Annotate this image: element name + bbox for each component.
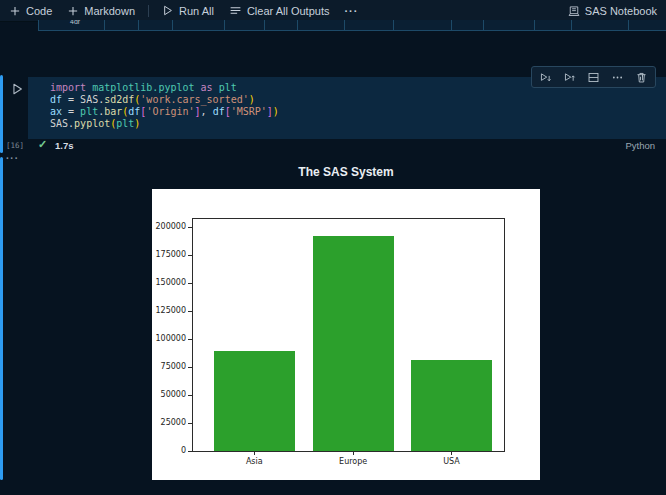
code-line: df = SAS.sd2df('work.cars_sorted') bbox=[50, 94, 666, 106]
table-column-border bbox=[534, 20, 535, 30]
ellipsis-icon bbox=[611, 71, 624, 84]
code-token: , bbox=[201, 106, 213, 117]
x-tick-label: Europe bbox=[318, 457, 388, 466]
table-column-border bbox=[628, 20, 629, 30]
code-token: import bbox=[50, 82, 86, 93]
language-picker[interactable]: Python bbox=[625, 140, 655, 151]
chart-image: 0250005000075000100000125000150000175000… bbox=[152, 189, 540, 480]
cell-focus-bar bbox=[0, 75, 3, 153]
y-tick-mark bbox=[188, 451, 192, 452]
bar-asia bbox=[214, 351, 295, 451]
table-clipped-cell-text: 4dr bbox=[70, 20, 80, 25]
add-markdown-label: Markdown bbox=[84, 5, 135, 17]
y-tick-mark bbox=[188, 395, 192, 396]
code-token: df bbox=[50, 94, 62, 105]
clear-all-outputs-label: Clear All Outputs bbox=[247, 5, 330, 17]
cell-toolbar bbox=[531, 66, 656, 88]
run-all-button[interactable]: Run All bbox=[161, 4, 214, 17]
y-tick-mark bbox=[188, 227, 192, 228]
code-line: SAS.pyplot(plt) bbox=[50, 118, 666, 130]
code-token: plt bbox=[116, 118, 134, 129]
bar-usa bbox=[411, 360, 492, 451]
y-tick-label: 125000 bbox=[153, 306, 186, 315]
code-token: SAS bbox=[80, 94, 98, 105]
y-tick-mark bbox=[188, 367, 192, 368]
y-tick-label: 75000 bbox=[153, 362, 186, 371]
y-tick-label: 50000 bbox=[153, 390, 186, 399]
table-column-border bbox=[138, 20, 139, 30]
code-token: pyplot bbox=[74, 118, 110, 129]
code-token: SAS bbox=[50, 118, 68, 129]
code-token: as bbox=[201, 82, 213, 93]
table-column-border bbox=[224, 20, 225, 30]
table-column-border bbox=[451, 20, 452, 30]
x-tick-mark bbox=[451, 451, 452, 455]
code-token: 'MSRP' bbox=[231, 106, 267, 117]
y-tick-mark bbox=[188, 423, 192, 424]
run-all-label: Run All bbox=[179, 5, 214, 17]
notebook-icon bbox=[568, 5, 580, 17]
output-title: The SAS System bbox=[152, 165, 540, 179]
execute-below-icon bbox=[563, 71, 576, 84]
code-token: matplotlib.pyplot bbox=[92, 82, 194, 93]
y-tick-label: 0 bbox=[153, 446, 186, 455]
y-tick-label: 25000 bbox=[153, 418, 186, 427]
code-token: plt bbox=[80, 106, 98, 117]
code-token: df bbox=[213, 106, 225, 117]
run-cell-button[interactable] bbox=[8, 81, 26, 99]
kernel-picker-label: SAS Notebook bbox=[585, 5, 657, 17]
y-tick-label: 100000 bbox=[153, 334, 186, 343]
code-token: = bbox=[62, 94, 80, 105]
y-tick-label: 175000 bbox=[153, 250, 186, 259]
add-markdown-button[interactable]: Markdown bbox=[67, 5, 135, 17]
x-tick-mark bbox=[254, 451, 255, 455]
code-token: ) bbox=[134, 118, 140, 129]
play-icon bbox=[161, 4, 174, 17]
add-code-label: Code bbox=[26, 5, 52, 17]
table-column-border bbox=[264, 20, 265, 30]
kernel-picker-button[interactable]: SAS Notebook bbox=[568, 5, 657, 17]
more-actions-button[interactable] bbox=[611, 71, 624, 84]
table-column-border bbox=[344, 20, 345, 30]
code-token: bar bbox=[104, 106, 122, 117]
x-tick-label: Asia bbox=[219, 457, 289, 466]
x-tick-mark bbox=[353, 451, 354, 455]
code-token: ) bbox=[249, 94, 255, 105]
table-column-border bbox=[393, 20, 394, 30]
table-column-border bbox=[483, 20, 484, 30]
code-line: ax = plt.bar(df['Origin'], df['MSRP']) bbox=[50, 106, 666, 118]
table-column-border bbox=[297, 20, 298, 30]
add-code-button[interactable]: Code bbox=[9, 5, 52, 17]
table-column-border bbox=[104, 20, 105, 30]
code-token: plt bbox=[219, 82, 237, 93]
y-tick-mark bbox=[188, 311, 192, 312]
execute-above-icon bbox=[539, 71, 552, 84]
execute-cell-and-below-button[interactable] bbox=[563, 71, 576, 84]
y-tick-mark bbox=[188, 255, 192, 256]
y-tick-label: 150000 bbox=[153, 278, 186, 287]
code-token: ) bbox=[273, 106, 279, 117]
success-check-icon: ✓ bbox=[38, 138, 47, 151]
toolbar-divider bbox=[148, 5, 149, 17]
scrolled-table-remnant: 4dr bbox=[38, 20, 666, 31]
code-token: = bbox=[62, 106, 80, 117]
y-tick-mark bbox=[188, 339, 192, 340]
clear-all-outputs-button[interactable]: Clear All Outputs bbox=[229, 4, 330, 17]
execute-above-cells-button[interactable] bbox=[539, 71, 552, 84]
y-tick-label: 200000 bbox=[153, 222, 186, 231]
chart-axes: 0250005000075000100000125000150000175000… bbox=[192, 218, 505, 452]
notebook-toolbar: Code Markdown Run All Clear All Outputs … bbox=[0, 0, 666, 22]
bar-europe bbox=[313, 236, 394, 451]
delete-cell-button[interactable] bbox=[635, 71, 648, 84]
output-options-dots[interactable]: ··· bbox=[6, 153, 19, 164]
output-focus-bar bbox=[0, 157, 3, 480]
table-column-border bbox=[571, 20, 572, 30]
code-token: sd2df bbox=[104, 94, 134, 105]
code-token: df bbox=[128, 106, 140, 117]
x-tick-label: USA bbox=[416, 457, 486, 466]
vscode-notebook-window: Code Markdown Run All Clear All Outputs … bbox=[0, 0, 666, 495]
toolbar-more-button[interactable]: ··· bbox=[344, 5, 358, 17]
table-column-border bbox=[172, 20, 173, 30]
split-cell-button[interactable] bbox=[587, 71, 600, 84]
y-tick-mark bbox=[188, 283, 192, 284]
